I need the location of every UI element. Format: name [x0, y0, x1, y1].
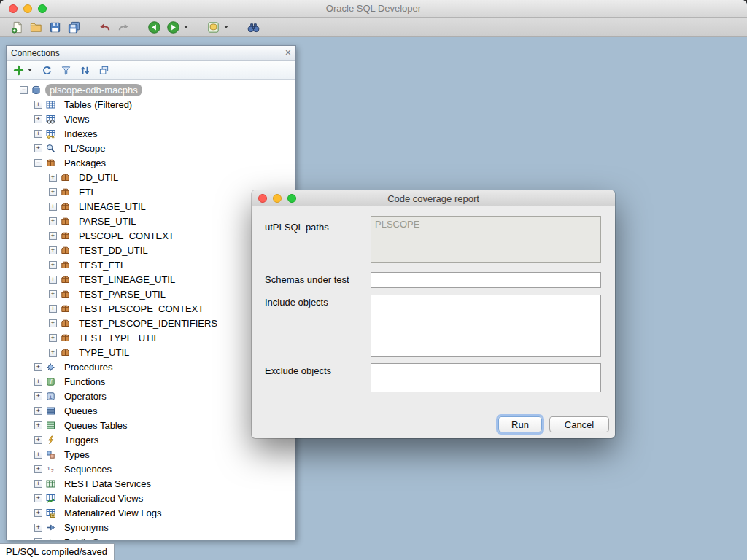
expand-icon[interactable]: +: [34, 407, 42, 415]
tree-item-materialized-views[interactable]: +Materialized Views: [7, 491, 295, 505]
expand-icon[interactable]: +: [49, 246, 57, 254]
tree-item-pl-scope[interactable]: +PL/Scope: [7, 141, 295, 155]
expand-icon[interactable]: +: [49, 305, 57, 313]
expand-icon[interactable]: +: [49, 349, 57, 357]
expand-icon[interactable]: +: [34, 101, 42, 109]
expand-icon[interactable]: +: [34, 494, 42, 502]
tree-item-indexes[interactable]: +Indexes: [7, 126, 295, 141]
expand-icon[interactable]: +: [34, 465, 42, 473]
expand-icon[interactable]: +: [34, 509, 42, 517]
include-objects-textarea[interactable]: [371, 295, 601, 357]
tree-item-label[interactable]: Packages: [60, 157, 110, 169]
expand-icon[interactable]: +: [49, 276, 57, 284]
tree-item-label[interactable]: Tables (Filtered): [60, 98, 136, 111]
tree-item-sequences[interactable]: +12Sequences: [7, 462, 295, 476]
expand-icon[interactable]: +: [34, 363, 42, 371]
expand-icon[interactable]: +: [34, 538, 42, 540]
tree-item-rest-data-services[interactable]: +REST Data Services: [7, 476, 295, 491]
expand-icon[interactable]: +: [34, 392, 42, 400]
tree-item-label[interactable]: TEST_TYPE_UTIL: [74, 332, 163, 344]
expand-icon[interactable]: +: [49, 261, 57, 269]
tree-item-label[interactable]: TEST_ETL: [74, 259, 130, 271]
forward-icon[interactable]: [165, 19, 182, 36]
expand-icon[interactable]: +: [49, 319, 57, 327]
cascade-windows-icon[interactable]: [97, 63, 111, 77]
tree-item-label[interactable]: PL/Scope: [60, 142, 109, 155]
expand-icon[interactable]: +: [49, 217, 57, 225]
tree-item-label[interactable]: Operators: [60, 390, 111, 402]
tree-item-plscope-odb-macphs[interactable]: −plscope-odb-macphs: [7, 82, 295, 97]
expand-icon[interactable]: +: [49, 203, 57, 211]
tree-item-label[interactable]: REST Data Services: [60, 478, 155, 490]
back-icon[interactable]: [146, 19, 163, 36]
tree-item-label[interactable]: TEST_LINEAGE_UTIL: [74, 273, 179, 286]
undo-icon[interactable]: [96, 19, 113, 36]
tree-item-label[interactable]: Materialized Views: [60, 492, 147, 505]
tree-item-label[interactable]: Views: [60, 113, 93, 125]
expand-icon[interactable]: +: [34, 130, 42, 138]
tree-item-label[interactable]: Functions: [60, 376, 109, 388]
find-db-object-icon[interactable]: [245, 19, 262, 36]
tree-item-label[interactable]: Materialized View Logs: [60, 507, 166, 519]
tree-item-tables-filtered[interactable]: +Tables (Filtered): [7, 97, 295, 112]
forward-dropdown-icon[interactable]: [184, 26, 188, 28]
close-panel-icon[interactable]: ×: [285, 47, 291, 58]
refresh-icon[interactable]: [40, 63, 54, 77]
tree-item-label[interactable]: TEST_PARSE_UTIL: [74, 288, 170, 300]
tree-item-dd-util[interactable]: +DD_UTIL: [7, 170, 295, 184]
add-connection-dropdown-icon[interactable]: [28, 69, 32, 71]
tree-item-label[interactable]: plscope-odb-macphs: [45, 84, 142, 96]
tree-item-packages[interactable]: −Packages: [7, 155, 295, 170]
tree-item-label[interactable]: Types: [60, 448, 94, 461]
expand-icon[interactable]: +: [34, 451, 42, 459]
tree-item-public-synonyms[interactable]: +Public Synonyms: [7, 534, 295, 540]
tree-item-label[interactable]: DD_UTIL: [74, 171, 123, 184]
sql-worksheet-icon[interactable]: [205, 19, 222, 36]
schemas-under-test-input[interactable]: [371, 272, 601, 288]
tree-item-label[interactable]: Procedures: [60, 361, 117, 373]
apply-filter-icon[interactable]: [59, 63, 73, 77]
expand-icon[interactable]: +: [49, 232, 57, 240]
sort-icon[interactable]: [78, 63, 92, 77]
save-icon[interactable]: [47, 19, 63, 36]
redo-icon[interactable]: [115, 19, 132, 36]
tree-item-synonyms[interactable]: +Synonyms: [7, 520, 295, 534]
expand-icon[interactable]: +: [34, 115, 42, 123]
expand-icon[interactable]: +: [34, 524, 42, 532]
add-connection-icon[interactable]: [12, 63, 26, 77]
tree-item-label[interactable]: Triggers: [60, 434, 103, 446]
sql-worksheet-dropdown-icon[interactable]: [224, 26, 228, 28]
tree-item-materialized-view-logs[interactable]: +Materialized View Logs: [7, 505, 295, 520]
expand-icon[interactable]: +: [49, 188, 57, 196]
exclude-objects-textarea[interactable]: [371, 363, 601, 392]
tree-item-label[interactable]: Queues Tables: [60, 419, 132, 432]
tree-item-label[interactable]: LINEAGE_UTIL: [74, 201, 150, 213]
tree-item-label[interactable]: TYPE_UTIL: [74, 346, 133, 359]
tree-item-label[interactable]: PLSCOPE_CONTEXT: [74, 230, 179, 242]
expand-icon[interactable]: +: [34, 436, 42, 444]
tree-item-types[interactable]: +Types: [7, 447, 295, 462]
expand-icon[interactable]: +: [49, 174, 57, 182]
expand-icon[interactable]: +: [49, 290, 57, 298]
tree-item-label[interactable]: Sequences: [60, 463, 116, 475]
expand-icon[interactable]: +: [34, 421, 42, 429]
tree-item-views[interactable]: +Views: [7, 112, 295, 126]
tree-item-label[interactable]: Public Synonyms: [60, 536, 142, 540]
tree-item-label[interactable]: ETL: [74, 186, 101, 198]
save-all-icon[interactable]: [66, 19, 82, 36]
tree-item-label[interactable]: Indexes: [60, 128, 102, 140]
tree-item-label[interactable]: Synonyms: [60, 521, 113, 534]
tree-item-label[interactable]: TEST_PLSCOPE_CONTEXT: [74, 303, 208, 315]
expand-icon[interactable]: +: [34, 144, 42, 152]
expand-icon[interactable]: +: [34, 378, 42, 386]
expand-icon[interactable]: +: [34, 480, 42, 488]
expand-icon[interactable]: +: [49, 334, 57, 342]
tree-item-label[interactable]: TEST_DD_UTIL: [74, 244, 152, 257]
cancel-button[interactable]: Cancel: [549, 416, 609, 432]
new-file-icon[interactable]: [9, 19, 26, 36]
collapse-icon[interactable]: −: [34, 159, 42, 167]
tree-item-label[interactable]: PARSE_UTIL: [74, 215, 141, 228]
run-button[interactable]: Run: [498, 416, 542, 432]
open-folder-icon[interactable]: [28, 19, 44, 36]
collapse-icon[interactable]: −: [20, 86, 28, 94]
